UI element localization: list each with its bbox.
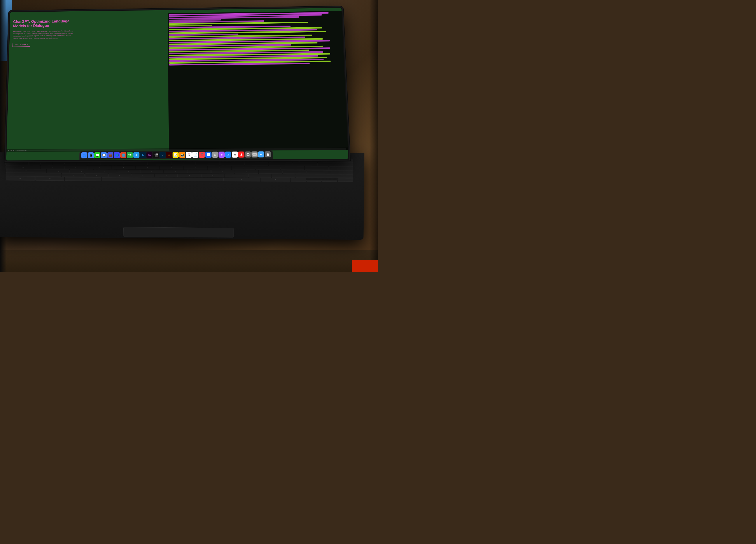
key-right[interactable] [338, 178, 353, 182]
dock-app-imovie[interactable]: 🎬 [153, 152, 159, 158]
key-slash[interactable] [272, 174, 295, 178]
openai-page: API RESEARCH BLOG ABOUT ChatGPT: Optimiz… [6, 8, 348, 161]
key-up[interactable] [306, 180, 322, 182]
hero-section: ChatGPT: Optimizing Language Models for … [13, 19, 74, 47]
key-p[interactable]: P [256, 166, 280, 170]
dock-app-finder[interactable]: 🌀 [81, 152, 87, 159]
key-i[interactable]: I [208, 166, 231, 170]
key-6[interactable]: 6 [148, 162, 172, 165]
key-g[interactable]: G [140, 170, 164, 173]
key-t[interactable]: T [136, 166, 159, 169]
key-m[interactable]: M [201, 174, 224, 177]
key-y[interactable]: Y [160, 166, 183, 169]
try-chatgpt-button[interactable]: TRY CHATGPT ↗ [13, 43, 30, 47]
dock-app-illustrator[interactable]: Ai [166, 152, 172, 158]
key-u[interactable]: U [184, 166, 207, 169]
key-0[interactable]: 0 [245, 162, 268, 166]
key-9[interactable]: 9 [220, 162, 244, 166]
key-r[interactable]: R [112, 166, 135, 169]
dock-app-maps[interactable]: 🗺 [127, 152, 133, 158]
dock-app-launchpad[interactable]: 📱 [88, 152, 94, 159]
key-j[interactable]: J [187, 170, 211, 173]
dock-app-craft[interactable]: ♟ [238, 152, 245, 158]
key-o[interactable]: O [232, 166, 256, 170]
key-shift-r[interactable] [296, 174, 353, 178]
key-f[interactable]: F [117, 170, 140, 173]
key-caps[interactable]: CAPS [6, 169, 46, 173]
key-cmd-r[interactable]: ⌘ [223, 178, 260, 182]
dock-app-snapchat[interactable]: 📸 [179, 152, 185, 158]
key-left[interactable] [291, 178, 306, 182]
dock-app-music[interactable]: 🎵 [199, 152, 205, 158]
key-shift-l[interactable] [6, 173, 62, 177]
key-ctrl[interactable]: CTRL [6, 177, 35, 180]
key-plus[interactable] [293, 162, 317, 166]
page-title: ChatGPT: Optimizing Language Models for … [13, 19, 74, 28]
dock-app-notion[interactable]: N [232, 152, 238, 158]
key-down[interactable] [322, 180, 338, 182]
key-h[interactable]: H [164, 170, 187, 173]
key-l[interactable]: L [235, 170, 258, 173]
key-option-l[interactable]: OPT [35, 177, 65, 181]
right-shadow [369, 0, 378, 272]
dock-app-trash[interactable]: 🗑 [265, 152, 271, 158]
dock-app-chrome[interactable]: 🌐 [120, 152, 126, 158]
key-return[interactable]: RETURN [306, 170, 353, 174]
key-c[interactable]: C [108, 173, 131, 177]
laptop-keyboard-base: MacBook Pro ESC ` 1 [0, 152, 365, 240]
key-bracket-close[interactable] [305, 166, 329, 170]
key-cmd-l[interactable]: ⌘ [65, 177, 101, 181]
dock-app-messages[interactable]: 💬 [101, 152, 107, 159]
key-x[interactable]: X [85, 173, 108, 177]
dock-app-preview[interactable]: 🖼 [245, 152, 251, 158]
key-8[interactable]: 8 [196, 162, 220, 166]
dock-app-finder2[interactable]: 📄 [192, 152, 198, 158]
key-1[interactable]: 1 [29, 161, 53, 165]
key-bracket-open[interactable] [280, 166, 304, 170]
dock-app-whatsapp[interactable]: 💬 [94, 152, 100, 159]
dock-app-rush[interactable]: Ru [147, 152, 153, 158]
dock-app-timeshift[interactable]: ↩ [258, 152, 264, 158]
dock-app-appstore[interactable]: 🅰 [205, 152, 212, 158]
key-z[interactable]: Z [62, 173, 85, 177]
key-s[interactable]: S [70, 170, 93, 173]
key-4[interactable]: 4 [100, 162, 124, 165]
red-accent [352, 260, 378, 272]
key-7[interactable]: 7 [172, 162, 196, 165]
key-option-r[interactable]: OPT [261, 178, 291, 181]
key-quote[interactable] [283, 170, 306, 174]
key-d[interactable]: D [93, 170, 116, 173]
key-minus[interactable] [269, 162, 293, 166]
dock-app-notes[interactable]: 📝 [173, 152, 179, 158]
key-comma[interactable] [225, 174, 248, 177]
key-period[interactable] [249, 174, 272, 177]
key-w[interactable]: W [64, 166, 88, 169]
key-e[interactable]: E [88, 166, 112, 169]
key-3[interactable]: 3 [77, 162, 100, 165]
dock-app-settings[interactable]: ⚙ [212, 152, 218, 158]
key-5[interactable]: 5 [124, 162, 148, 165]
dock-app-calculator[interactable]: ⌨ [252, 152, 258, 158]
key-backslash[interactable] [329, 166, 353, 170]
key-v[interactable]: V [131, 173, 154, 177]
dock-app-shellfish[interactable]: ◈ [219, 152, 225, 158]
dock-app-calendar[interactable]: MAR26 [186, 152, 192, 158]
key-semicolon[interactable] [259, 170, 282, 174]
key-n[interactable]: N [178, 174, 201, 177]
dock-app-discord[interactable]: 🔵 [114, 152, 120, 158]
dock-app-slack[interactable]: 💼 [107, 152, 114, 158]
dock-app-safari[interactable]: ✈ [133, 152, 140, 158]
dock-app-mimestream[interactable]: ✉ [225, 152, 231, 158]
key-a[interactable]: A [47, 169, 70, 173]
key-delete[interactable] [317, 162, 353, 166]
key-space[interactable] [102, 177, 223, 181]
dock-app-photoshop[interactable]: Ps [140, 152, 146, 158]
key-tab[interactable]: TAB [6, 165, 40, 169]
key-backtick[interactable]: ` [5, 161, 29, 165]
key-k[interactable]: K [211, 170, 235, 173]
key-2[interactable]: 2 [53, 162, 76, 165]
key-q[interactable]: Q [41, 165, 64, 169]
key-b[interactable]: B [155, 174, 178, 177]
trackpad[interactable] [123, 227, 234, 237]
dock-app-lightroom[interactable]: Lr [159, 152, 166, 158]
